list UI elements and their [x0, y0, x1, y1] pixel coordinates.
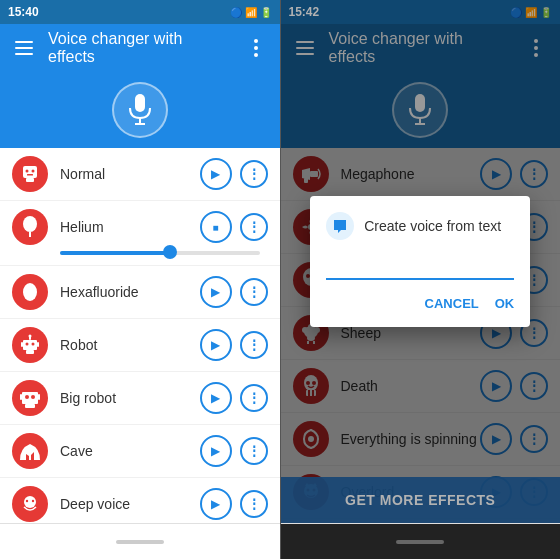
left-time: 15:40	[8, 5, 39, 19]
effect-avatar-helium	[12, 209, 48, 245]
svg-point-29	[31, 395, 35, 399]
effect-name-robot: Robot	[60, 337, 200, 353]
effect-avatar-normal	[12, 156, 48, 192]
effect-avatar-cave	[12, 433, 48, 469]
dialog-text-input[interactable]	[326, 254, 514, 280]
svg-rect-10	[26, 178, 34, 182]
effect-name-deep-voice: Deep voice	[60, 496, 200, 512]
effect-controls-robot: ▶ ⋮	[200, 329, 268, 361]
svg-point-21	[32, 343, 35, 346]
more-btn-helium[interactable]: ⋮	[240, 213, 268, 241]
left-nav-home[interactable]	[116, 540, 164, 544]
more-btn-big-robot[interactable]: ⋮	[240, 384, 268, 412]
svg-rect-22	[21, 342, 23, 347]
play-btn-robot[interactable]: ▶	[200, 329, 232, 361]
helium-slider-thumb	[163, 245, 177, 259]
svg-rect-9	[23, 166, 37, 178]
effect-item-big-robot[interactable]: Big robot ▶ ⋮	[0, 372, 280, 425]
svg-point-32	[24, 496, 36, 508]
play-btn-big-robot[interactable]: ▶	[200, 382, 232, 414]
helium-slider-row	[12, 251, 268, 255]
effect-avatar-robot	[12, 327, 48, 363]
effect-item-helium[interactable]: Helium ■ ⋮	[0, 201, 280, 266]
left-effects-list: Normal ▶ ⋮ Helium ■ ⋮	[0, 148, 280, 523]
svg-rect-31	[38, 394, 40, 400]
svg-rect-26	[22, 392, 38, 404]
effect-controls-helium: ■ ⋮	[200, 211, 268, 243]
stop-btn-helium[interactable]: ■	[200, 211, 232, 243]
play-btn-deep-voice[interactable]: ▶	[200, 488, 232, 520]
svg-point-33	[26, 500, 28, 502]
dialog-cancel-button[interactable]: CANCEL	[425, 296, 479, 311]
effect-avatar-hexafluoride	[12, 274, 48, 310]
svg-point-25	[29, 335, 32, 338]
left-panel: 15:40 🔵 📶 🔋 Voice changer with effects	[0, 0, 280, 559]
helium-slider-track[interactable]	[60, 251, 260, 255]
left-toolbar-title: Voice changer with effects	[48, 30, 232, 66]
svg-point-11	[26, 170, 29, 173]
svg-point-5	[254, 53, 258, 57]
more-btn-hexafluoride[interactable]: ⋮	[240, 278, 268, 306]
more-btn-cave[interactable]: ⋮	[240, 437, 268, 465]
play-btn-cave[interactable]: ▶	[200, 435, 232, 467]
effect-controls-big-robot: ▶ ⋮	[200, 382, 268, 414]
helium-slider-fill	[60, 251, 170, 255]
svg-point-12	[32, 170, 35, 173]
svg-point-4	[254, 46, 258, 50]
effect-item-deep-voice[interactable]: Deep voice ▶ ⋮	[0, 478, 280, 523]
left-mic-section	[0, 72, 280, 148]
right-bottom-nav	[281, 523, 561, 559]
svg-point-3	[254, 39, 258, 43]
svg-point-14	[23, 216, 37, 232]
left-toolbar: Voice changer with effects	[0, 24, 280, 72]
svg-rect-2	[15, 53, 33, 55]
svg-point-28	[25, 395, 29, 399]
effect-item-normal[interactable]: Normal ▶ ⋮	[0, 148, 280, 201]
more-btn-deep-voice[interactable]: ⋮	[240, 490, 268, 518]
effect-controls-cave: ▶ ⋮	[200, 435, 268, 467]
right-nav-home[interactable]	[396, 540, 444, 544]
dialog-header: Create voice from text	[326, 212, 514, 240]
svg-rect-19	[26, 350, 34, 354]
left-menu-icon[interactable]	[12, 36, 36, 60]
svg-rect-6	[135, 94, 145, 112]
effect-controls-hexafluoride: ▶ ⋮	[200, 276, 268, 308]
svg-point-34	[32, 500, 34, 502]
svg-rect-30	[20, 394, 22, 400]
effect-name-hexafluoride: Hexafluoride	[60, 284, 200, 300]
svg-rect-23	[37, 342, 39, 347]
more-btn-robot[interactable]: ⋮	[240, 331, 268, 359]
effect-item-robot[interactable]: Robot ▶ ⋮	[0, 319, 280, 372]
effect-name-big-robot: Big robot	[60, 390, 200, 406]
left-status-bar: 15:40 🔵 📶 🔋	[0, 0, 280, 24]
dialog-icon	[326, 212, 354, 240]
effect-controls-deep-voice: ▶ ⋮	[200, 488, 268, 520]
left-status-icons: 🔵 📶 🔋	[230, 7, 272, 18]
svg-rect-0	[15, 41, 33, 43]
create-voice-dialog: Create voice from text CANCEL OK	[310, 196, 530, 327]
effect-avatar-deep-voice	[12, 486, 48, 522]
effect-name-normal: Normal	[60, 166, 200, 182]
svg-rect-18	[23, 340, 37, 350]
effect-name-cave: Cave	[60, 443, 200, 459]
svg-point-20	[26, 343, 29, 346]
effect-controls-normal: ▶ ⋮	[200, 158, 268, 190]
left-mic-button[interactable]	[112, 82, 168, 138]
play-btn-normal[interactable]: ▶	[200, 158, 232, 190]
left-bottom-nav	[0, 523, 280, 559]
more-btn-normal[interactable]: ⋮	[240, 160, 268, 188]
effect-item-hexafluoride[interactable]: Hexafluoride ▶ ⋮	[0, 266, 280, 319]
dialog-overlay: Create voice from text CANCEL OK	[281, 0, 561, 523]
effect-item-cave[interactable]: Cave ▶ ⋮	[0, 425, 280, 478]
effect-avatar-big-robot	[12, 380, 48, 416]
svg-rect-17	[28, 296, 32, 300]
svg-rect-1	[15, 47, 33, 49]
dialog-ok-button[interactable]: OK	[495, 296, 515, 311]
effect-name-helium: Helium	[60, 219, 200, 235]
left-more-icon[interactable]	[244, 36, 268, 60]
dialog-actions: CANCEL OK	[326, 296, 514, 311]
svg-rect-27	[25, 404, 35, 408]
svg-rect-13	[27, 174, 33, 176]
play-btn-hexafluoride[interactable]: ▶	[200, 276, 232, 308]
right-panel: 15:42 🔵 📶 🔋 Voice changer with effects	[281, 0, 561, 559]
